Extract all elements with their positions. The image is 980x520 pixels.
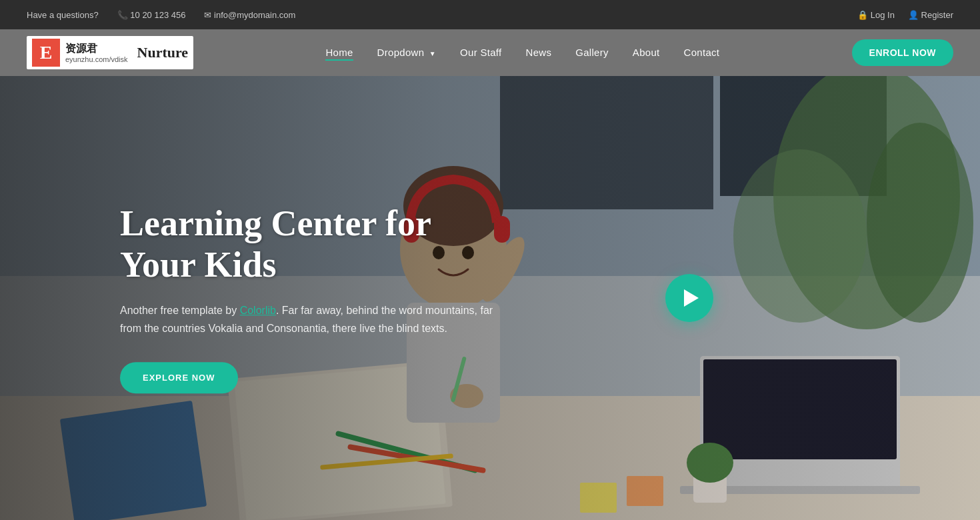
email-address: info@mydomain.com: [214, 10, 295, 20]
email-contact: ✉ info@mydomain.com: [204, 10, 295, 20]
top-bar-right: 🔒 Log In 👤 Register: [857, 10, 953, 20]
login-link[interactable]: 🔒 Log In: [857, 10, 895, 20]
enroll-now-button[interactable]: ENROLL NOW: [852, 39, 953, 66]
nav-item-about[interactable]: About: [633, 47, 660, 59]
nav-link-dropdown[interactable]: Dropdown ▼: [377, 47, 436, 58]
logo: E 资源君 eyunzhu.com/vdisk Nurture: [27, 36, 193, 69]
nav-item-home[interactable]: Home: [325, 47, 353, 59]
nav-link-home[interactable]: Home: [325, 47, 353, 61]
register-link[interactable]: 👤 Register: [908, 10, 953, 20]
nav-item-contact[interactable]: Contact: [684, 47, 720, 59]
nav-link-news[interactable]: News: [526, 47, 552, 58]
brand-name: Nurture: [137, 44, 189, 61]
have-questions-text: Have a questions?: [27, 10, 99, 20]
logo-brand-cn: 资源君: [65, 42, 128, 55]
nav-item-news[interactable]: News: [526, 47, 552, 59]
navbar: E 资源君 eyunzhu.com/vdisk Nurture Home Dro…: [0, 29, 980, 76]
nav-link-gallery[interactable]: Gallery: [575, 47, 609, 58]
nav-link-about[interactable]: About: [633, 47, 660, 58]
hero-description: Another free template by Colorlib. Far f…: [120, 301, 507, 337]
lock-icon: 🔒: [857, 10, 868, 20]
logo-brand-sub: eyunzhu.com/vdisk: [65, 55, 128, 63]
hero-section: Learning Center for Your Kids Another fr…: [0, 76, 980, 520]
top-bar: Have a questions? 📞 10 20 123 456 ✉ info…: [0, 0, 980, 29]
hero-title: Learning Center for Your Kids: [120, 203, 507, 285]
nav-link-staff[interactable]: Our Staff: [460, 47, 501, 58]
chevron-down-icon: ▼: [429, 50, 436, 57]
person-icon: 👤: [908, 10, 919, 20]
play-icon: [684, 289, 699, 307]
logo-letter: E: [32, 39, 60, 67]
hero-content: Learning Center for Your Kids Another fr…: [120, 203, 507, 393]
top-bar-left: Have a questions? 📞 10 20 123 456 ✉ info…: [27, 10, 295, 20]
phone-contact: 📞 10 20 123 456: [117, 10, 186, 20]
email-icon: ✉: [204, 10, 211, 20]
nav-item-staff[interactable]: Our Staff: [460, 47, 501, 59]
phone-icon: 📞: [117, 10, 128, 20]
explore-now-button[interactable]: EXPLORE NOW: [120, 362, 238, 393]
nav-item-gallery[interactable]: Gallery: [575, 47, 609, 59]
logo-text-block: 资源君 eyunzhu.com/vdisk: [65, 42, 128, 63]
nav-menu: Home Dropdown ▼ Our Staff News Gallery A…: [325, 47, 719, 59]
nav-item-dropdown[interactable]: Dropdown ▼: [377, 47, 436, 59]
play-button[interactable]: [665, 274, 713, 322]
phone-number: 10 20 123 456: [130, 10, 185, 20]
nav-link-contact[interactable]: Contact: [684, 47, 720, 58]
colorlib-link[interactable]: Colorlib: [240, 305, 276, 316]
